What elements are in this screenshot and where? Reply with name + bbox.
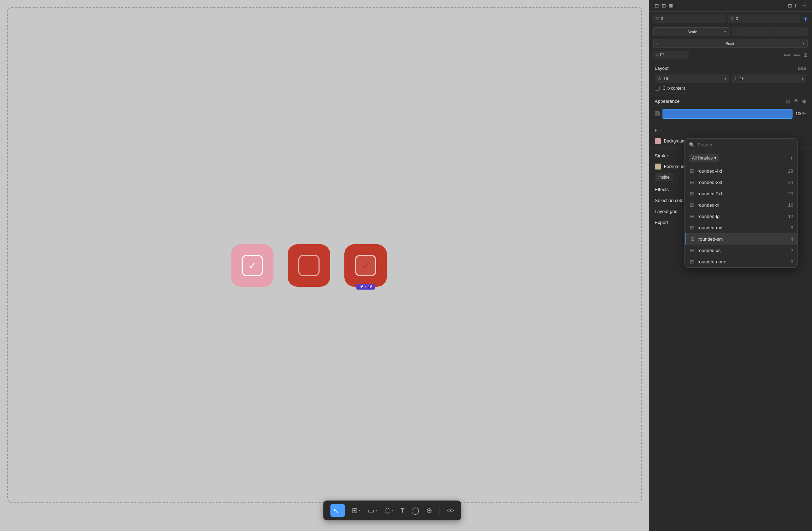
- add-variable-button[interactable]: +: [790, 155, 793, 161]
- dropdown-item-rounded-sm[interactable]: ⊞ rounded-sm 4: [685, 233, 797, 245]
- visibility-icon-button[interactable]: 👁: [794, 98, 799, 104]
- checkmark-box-white: ✓: [242, 255, 263, 276]
- align-top-button[interactable]: ⊡: [788, 3, 792, 9]
- stroke-color-swatch: [655, 163, 661, 170]
- layout-grid-title: Layout grid: [655, 209, 677, 214]
- selection-colors-title: Selection colors: [655, 198, 687, 203]
- code-icon: </>: [447, 508, 454, 513]
- slider-max: —: [801, 30, 805, 34]
- item-value-rounded-2xl: 20: [788, 191, 793, 196]
- y-field[interactable]: Y 0: [728, 15, 801, 23]
- components-icon: ⊕: [426, 506, 432, 515]
- app-icon-red1[interactable]: [288, 244, 330, 287]
- appearance-header: Appearance ◎ 👁 ◉: [655, 98, 806, 104]
- x-label: X: [656, 17, 659, 21]
- opacity-checkbox: [655, 111, 660, 116]
- item-value-rounded-none: 0: [791, 259, 793, 264]
- grid-icon-md: ⊞: [689, 225, 695, 230]
- item-value-rounded-md: 8: [791, 225, 793, 230]
- select-chevron: ▾: [340, 509, 342, 512]
- comment-icon: ◯: [411, 506, 419, 515]
- item-name-rounded-3xl: rounded-3xl: [698, 180, 722, 185]
- fill-color-name: Background: [664, 139, 687, 144]
- rotation-field[interactable]: ⌀ 0°: [653, 51, 689, 59]
- clip-label: Clip content: [662, 86, 685, 91]
- item-value-rounded-4xl: 28: [788, 168, 793, 174]
- frame-tool-button[interactable]: ⊞ ▾: [352, 506, 361, 515]
- checkmark-icon-red: ✓: [362, 260, 370, 272]
- pen-tool-button[interactable]: ⬡ ▾: [384, 506, 393, 515]
- text-tool-button[interactable]: T: [400, 507, 404, 514]
- comment-tool-button[interactable]: ◯: [411, 506, 419, 515]
- frame-chevron: ▾: [359, 509, 361, 512]
- wh-row: W 16 ▾ H 16 ▾: [655, 74, 806, 83]
- layout-expand-button[interactable]: ⊞⊞: [798, 65, 806, 71]
- checkmark-icon-white: ✓: [248, 260, 256, 272]
- x-field[interactable]: X 0: [653, 15, 726, 23]
- grid-icon-none: ⊞: [689, 259, 695, 264]
- item-left-rounded-lg: ⊞ rounded-lg: [689, 213, 720, 219]
- flip-h-button[interactable]: ⟺: [784, 52, 791, 58]
- dropdown-search-row: 🔍: [685, 139, 797, 151]
- width-field[interactable]: W 16 ▾: [655, 74, 729, 83]
- dropdown-item-rounded-lg[interactable]: ⊞ rounded-lg 12: [685, 211, 797, 222]
- dropdown-item-rounded-xl[interactable]: ⊞ rounded-xl 16: [685, 199, 797, 211]
- libraries-dropdown[interactable]: All libraries ▾: [689, 154, 719, 162]
- canvas-content: ✓ ✓ 16 × 16: [231, 244, 387, 287]
- stroke-position-badge[interactable]: Inside: [655, 173, 673, 181]
- dropdown-search-icon: 🔍: [689, 142, 695, 147]
- toolbar-divider: [439, 506, 440, 515]
- width-scale-icon: ↔: [656, 30, 660, 34]
- width-scale-select[interactable]: ↔ Scale ▾: [653, 27, 729, 36]
- width-scale-chevron: ▾: [724, 29, 726, 34]
- constraints-button[interactable]: ⊞: [803, 52, 808, 58]
- dropdown-item-rounded-none[interactable]: ⊞ rounded-none 0: [685, 256, 797, 267]
- align-right-button[interactable]: ⊠: [669, 3, 673, 9]
- align-center-h-button[interactable]: ⊞: [662, 3, 666, 9]
- appearance-section: Appearance ◎ 👁 ◉ 100%: [649, 94, 812, 123]
- layout-header: Layout ⊞⊞: [655, 65, 806, 71]
- align-group-left: ⊟ ⊞ ⊠: [655, 3, 673, 9]
- height-scale-select[interactable]: ↕ Scale ▾: [653, 39, 808, 48]
- libraries-row: All libraries ▾ +: [685, 151, 797, 165]
- right-panel: ⊟ ⊞ ⊠ ⊡ ⊢ ⊣ X 0 Y 0 ✛ ↔: [649, 0, 812, 531]
- fill-color-swatch: [655, 138, 661, 144]
- app-icon-pink[interactable]: ✓: [231, 244, 274, 287]
- grid-icon-xl: ⊞: [689, 202, 695, 208]
- h-dropdown: ▾: [802, 77, 803, 81]
- dropdown-item-rounded-md[interactable]: ⊞ rounded-md 8: [685, 222, 797, 233]
- width-scale-label: Scale: [687, 30, 697, 34]
- slider-center: |: [769, 29, 771, 34]
- y-value: 0: [736, 16, 738, 21]
- dropdown-search-input[interactable]: [698, 142, 793, 147]
- code-tool-button[interactable]: </>: [447, 508, 454, 513]
- app-icon-red2[interactable]: ✓ 16 × 16: [344, 244, 387, 287]
- grid-icon-xs: ⊞: [689, 247, 695, 253]
- clip-checkbox[interactable]: [655, 86, 660, 91]
- align-center-v-button[interactable]: ⊢: [795, 3, 799, 9]
- align-left-button[interactable]: ⊟: [655, 3, 659, 9]
- y-label: Y: [731, 17, 734, 21]
- opacity-dropdown[interactable]: [662, 109, 793, 119]
- opacity-row: 100%: [655, 107, 806, 120]
- item-name-rounded-4xl: rounded-4xl: [698, 168, 722, 174]
- dropdown-item-rounded-xs[interactable]: ⊞ rounded-xs 2: [685, 245, 797, 256]
- style-icon-button[interactable]: ◎: [786, 98, 790, 104]
- align-bottom-button[interactable]: ⊣: [802, 3, 806, 9]
- height-field[interactable]: H 16 ▾: [732, 74, 806, 83]
- width-slider[interactable]: — | —: [732, 27, 808, 36]
- height-scale-icon: ↕: [656, 41, 659, 46]
- select-tool-button[interactable]: ↖ ▾: [330, 504, 345, 517]
- dropdown-item-rounded-3xl[interactable]: ⊞ rounded-3xl 24: [685, 177, 797, 188]
- dropdown-item-rounded-2xl[interactable]: ⊞ rounded-2xl 20: [685, 188, 797, 199]
- item-left-rounded-xl: ⊞ rounded-xl: [689, 202, 719, 208]
- w-value: 16: [663, 76, 668, 81]
- rect-chevron: ▾: [376, 509, 377, 512]
- flip-v-button[interactable]: ⟸: [794, 52, 801, 58]
- rectangle-tool-button[interactable]: ▭ ▾: [368, 506, 377, 515]
- grid-icon-sm: ⊞: [690, 236, 695, 242]
- dropdown-item-rounded-4xl[interactable]: ⊞ rounded-4xl 28: [685, 165, 797, 177]
- canvas-area: ✓ ✓ 16 × 16 ↖ ▾: [0, 0, 649, 531]
- opacity-icon-button[interactable]: ◉: [802, 98, 806, 104]
- components-tool-button[interactable]: ⊕: [426, 506, 432, 515]
